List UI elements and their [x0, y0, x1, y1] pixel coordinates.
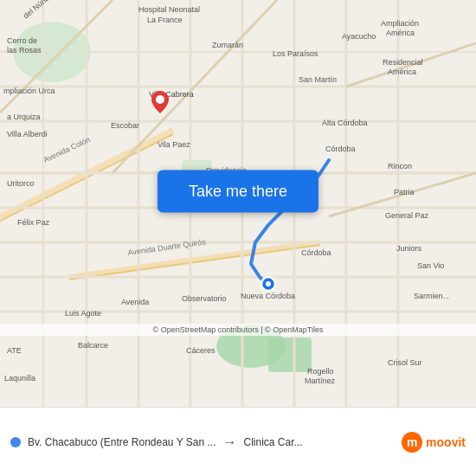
svg-text:América: América [386, 29, 415, 37]
svg-text:La France: La France [147, 16, 183, 24]
svg-text:a Urquiza: a Urquiza [7, 113, 41, 121]
svg-text:ATE: ATE [7, 346, 22, 355]
svg-text:Martínez: Martínez [305, 376, 336, 385]
svg-point-73 [156, 95, 164, 104]
route-info: Bv. Chacabuco (Entre Rondeau Y San ... →… [10, 434, 395, 450]
svg-text:Zumarán: Zumarán [212, 41, 243, 49]
svg-text:San Vio: San Vio [417, 261, 444, 270]
moovit-text: moovit [426, 435, 466, 449]
svg-text:General Paz: General Paz [385, 211, 429, 220]
bottom-bar: Bv. Chacabuco (Entre Rondeau Y San ... →… [0, 407, 476, 476]
origin-dot [10, 437, 21, 447]
svg-text:Rincon: Rincon [388, 162, 412, 170]
map-attribution: © OpenStreetMap contributors | © OpenMap… [0, 324, 476, 336]
destination-label: Clinica Car... [243, 436, 302, 448]
svg-text:Patria: Patria [394, 188, 415, 196]
svg-text:Uritorco: Uritorco [7, 179, 35, 188]
svg-point-75 [266, 281, 271, 286]
svg-text:Rogello: Rogello [307, 367, 334, 376]
svg-text:Ayacucho: Ayacucho [342, 32, 376, 41]
moovit-icon-letter: m [407, 435, 417, 449]
svg-rect-4 [268, 338, 312, 372]
svg-text:Hospital Neonatal: Hospital Neonatal [138, 5, 200, 14]
svg-text:Villa Alberdi: Villa Alberdi [7, 130, 48, 138]
svg-text:Escobar: Escobar [111, 121, 139, 130]
svg-text:Laqunilla: Laqunilla [4, 374, 35, 383]
svg-text:Juniors: Juniors [396, 244, 422, 253]
svg-text:Cáceres: Cáceres [186, 346, 215, 355]
svg-text:mpliación Urca: mpliación Urca [3, 87, 55, 95]
svg-text:Luis Agote: Luis Agote [65, 309, 101, 318]
svg-text:Observatorio: Observatorio [182, 294, 227, 303]
svg-text:Vila Paez: Vila Paez [158, 140, 190, 149]
route-arrow: → [222, 434, 236, 450]
svg-text:Alta Córdoba: Alta Córdoba [322, 119, 368, 127]
svg-text:Córdoba: Córdoba [301, 248, 331, 257]
moovit-logo: m moovit [402, 432, 466, 453]
svg-text:las Rosas: las Rosas [7, 46, 42, 55]
svg-text:Avenida: Avenida [121, 298, 149, 306]
moovit-icon: m [402, 432, 422, 453]
svg-text:Ampliación: Ampliación [381, 19, 419, 28]
svg-text:Nueva Córdoba: Nueva Córdoba [241, 292, 295, 300]
svg-text:Félix Paz: Félix Paz [17, 218, 50, 227]
svg-text:Balcarce: Balcarce [78, 341, 108, 350]
svg-text:San Martín: San Martín [299, 75, 337, 84]
svg-text:Los Paraísos: Los Paraísos [273, 49, 318, 58]
svg-text:Residencial: Residencial [383, 58, 423, 67]
svg-text:América: América [388, 68, 416, 76]
origin-label: Bv. Chacabuco (Entre Rondeau Y San ... [28, 436, 215, 448]
svg-text:Córdoba: Córdoba [325, 145, 356, 153]
svg-text:Crisol Sur: Crisol Sur [388, 358, 422, 367]
map-container: Hospital Neonatal La France Cerro de las… [0, 0, 476, 407]
svg-text:Cerro de: Cerro de [7, 36, 37, 45]
svg-text:Sarmien...: Sarmien... [414, 292, 449, 300]
take-me-there-button[interactable]: Take me there [158, 170, 318, 212]
